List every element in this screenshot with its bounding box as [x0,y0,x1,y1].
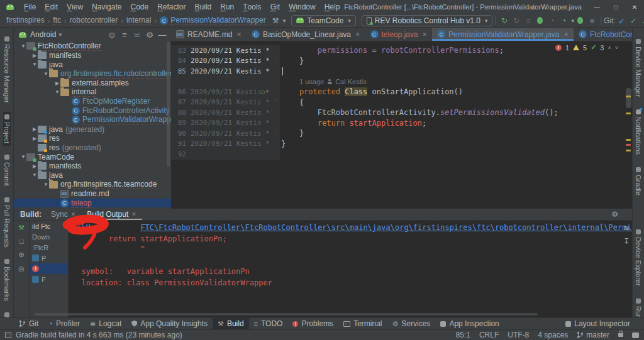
close-button[interactable]: ✕ [625,0,644,14]
toolwindow-logcat[interactable]: ≣Logcat [85,318,126,329]
build-tab-sync[interactable]: Sync✕ [45,209,81,220]
attach-debugger-button[interactable] [574,15,586,26]
notifications-icon[interactable] [632,332,639,338]
stripe-pull-requests[interactable]: Pull Requests [3,195,11,250]
rerun-button[interactable]: ↻ [510,15,522,26]
next-issue-button[interactable]: ˅ [615,45,618,51]
tree-item-res[interactable]: res(generated) [14,143,171,153]
editor-error-stripe[interactable] [625,41,632,209]
tree-scrollbar[interactable] [167,41,170,167]
run-button[interactable]: ↻ [498,15,510,26]
editor-gutter[interactable]: 872020/09/21 Kestis *ˇ [171,97,280,108]
build-tree-item[interactable]: ! [30,263,68,274]
tree-item-teamcode[interactable]: ▼TeamCode [14,152,171,162]
status-item[interactable]: CRLF [479,331,499,339]
restore-button[interactable]: □ [606,0,625,14]
breadcrumb-item[interactable]: robotcontroller [70,16,118,25]
file-link[interactable]: C:\Us [72,223,95,232]
panel-settings-button[interactable]: ⚙ [143,28,156,41]
stripe-device-manager[interactable]: Device Manager [635,36,642,99]
menu-window[interactable]: Window [284,0,320,14]
close-tab-icon[interactable]: ✕ [423,31,428,38]
editor-gutter[interactable]: 842020/09/21 Kestis *ˆ [171,56,280,67]
gradle-sync-icon[interactable]: ⚒ [270,15,282,26]
readonly-lock-icon[interactable] [618,333,623,337]
push-button[interactable]: ↗ [640,15,644,26]
chevron-down-icon[interactable]: ▼ [20,154,26,160]
breadcrumb-item[interactable]: ftc [53,16,61,25]
restart-build-button[interactable]: ⚒ [18,224,25,232]
error-stripe-mark[interactable] [626,150,631,151]
build-console[interactable]: C:\Us FTC\FtcRobotController\FtcRobotCon… [69,221,632,317]
build-tree-item[interactable]: :FtcR [30,242,68,253]
commit-button[interactable]: ✓ [628,15,640,26]
chevron-down-icon[interactable]: ▼ [20,43,26,49]
prev-issue-button[interactable]: ˄ [608,45,611,51]
error-stripe-mark[interactable] [626,112,631,114]
project-view-select[interactable]: Android▾ [19,30,62,39]
editor-gutter[interactable] [171,77,280,87]
toolwindow-git[interactable]: Git [14,318,43,329]
tool-window-switcher-icon[interactable] [5,332,11,338]
chevron-down-icon[interactable]: ▼ [43,182,49,187]
tab-basicopmode_linear-java[interactable]: CBasicOpMode_Linear.java✕ [247,28,365,41]
update-project-button[interactable]: ↙ [616,15,628,26]
breadcrumb-item[interactable]: internal [126,16,151,25]
expand-all-button[interactable]: ≡ [118,28,131,41]
tab-ftcrobotcontrolleractivity-java[interactable]: CFtcRobotControllerActivity.java✕ [574,28,632,41]
chevron-down-icon[interactable]: ▼ [31,62,38,67]
toolwindow-profiler[interactable]: ◔Profiler [43,318,85,329]
tree-item-permissionvalidatorwrapper[interactable]: CPermissionValidatorWrapper [14,116,171,125]
build-tree-item[interactable]: F [30,274,68,285]
editor-gutter[interactable]: 832020/09/21 Kestis * [171,45,280,56]
pin-tab-button[interactable]: ⊕ [18,251,24,259]
tree-item-ftcrobotcontroller[interactable]: ▼FtcRobotController [14,41,171,51]
stripe-notifications[interactable]: Notifications [635,107,642,157]
stripe-bookmarks[interactable]: Bookmarks [3,256,11,304]
editor-scrollbar-thumb[interactable] [626,88,631,108]
error-stripe-mark[interactable] [626,139,631,141]
editor-gutter[interactable]: 892020/09/21 Kestis * [171,118,280,129]
stop-build-button[interactable]: □ [19,238,24,245]
tree-item-java[interactable]: ▼java [14,60,171,69]
status-item[interactable]: 4 spaces [538,331,568,339]
tree-item-java[interactable]: ▶java(generated) [14,124,171,134]
hide-panel-button[interactable]: — [156,28,169,41]
stripe-resource-manager[interactable]: Resource Manager [3,34,11,106]
toolwindow-services[interactable]: ⚙Services [387,318,435,329]
debug-button[interactable] [534,15,546,26]
close-tab-icon[interactable]: ✕ [131,211,136,217]
tree-item-org-firstinspires-ftc-teamcode[interactable]: ▼org.firstinspires.ftc.teamcode [14,180,171,189]
editor-gutter[interactable]: 92 [171,149,280,160]
tree-item-teleop[interactable]: Cteleop [14,199,171,208]
soft-wrap-toggle[interactable]: ◎ [18,265,25,273]
tree-item-internal[interactable]: ▼internal [14,87,171,97]
toolwindow-build[interactable]: ⚒Build [213,318,249,329]
fold-marker-icon[interactable]: ˇ [275,99,278,106]
run-configuration-select[interactable]: TeamCode▾ [291,15,356,26]
chevron-right-icon[interactable]: ▶ [31,53,38,58]
editor-gutter[interactable]: 902020/09/21 Kestis *ˆ [171,128,280,139]
menu-code[interactable]: Code [126,0,153,14]
toolwindow-app-inspection[interactable]: App Inspection [435,318,504,329]
collapse-all-button[interactable]: ≍ [131,28,143,41]
close-tab-icon[interactable]: ✕ [355,31,360,38]
stripe-device-explorer[interactable]: Device Explorer [635,227,642,288]
tree-item-res[interactable]: ▶res [14,134,171,143]
build-tree-item[interactable]: P [30,253,68,263]
breadcrumb-item[interactable]: firstinspires [6,16,45,25]
device-gauge-button[interactable]: ◔ [558,15,570,26]
build-tab-build-output[interactable]: Build Output✕ [81,209,142,220]
toolwindow-terminal[interactable]: >Terminal [338,318,387,329]
error-stripe-mark[interactable] [626,144,631,146]
override-marker-icon[interactable]: ○↑ [261,89,269,95]
chevron-right-icon[interactable]: ▶ [31,163,38,169]
chevron-down-icon[interactable]: ▼ [31,172,38,178]
menu-navigate[interactable]: Navigate [87,0,126,14]
stop-button[interactable]: ■ [586,15,598,26]
editor-gutter[interactable]: 912020/09/21 Kestis * [171,139,280,150]
code-editor[interactable]: 832020/09/21 Kestis * permissions = robo… [171,41,632,209]
build-settings-icon[interactable]: ⚙ [611,210,618,219]
toolwindow-problems[interactable]: !Problems [287,318,338,329]
chevron-right-icon[interactable]: ▶ [54,80,60,86]
